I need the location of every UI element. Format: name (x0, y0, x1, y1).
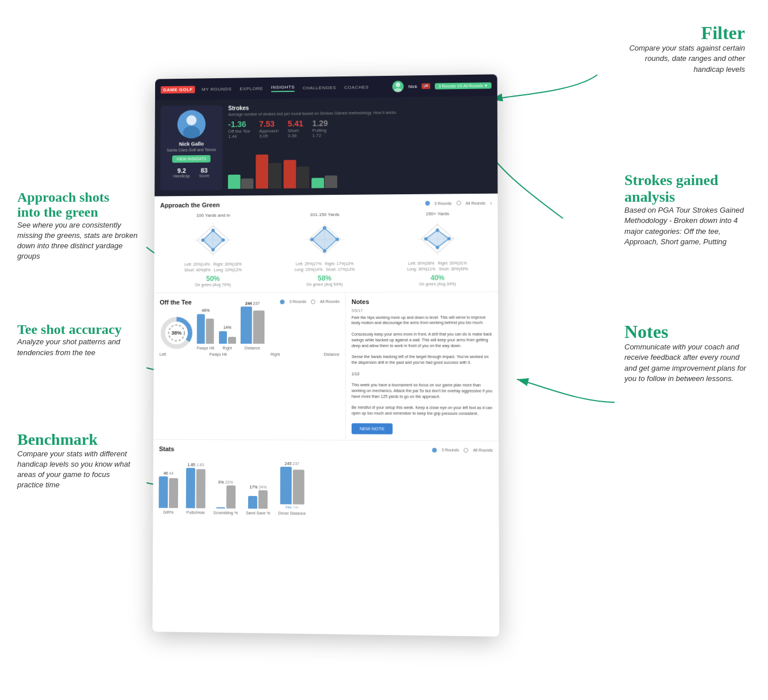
notes-annotation: Notes Communicate with your coach and re… (624, 322, 751, 384)
bar-group-short (284, 160, 310, 189)
stats-legend: 3 Rounds All Rounds (432, 448, 492, 453)
strokes-metrics: -1.36 Off the Tee 1.44 7.53 Approach 3.0… (228, 117, 492, 139)
approach-grid-150: 101-150 Yards Left: 25%|27% Right: 17%|1… (271, 211, 379, 286)
handicap-stat: 9.2 Handicap (173, 167, 190, 178)
user-name: Nick (408, 84, 418, 89)
benchmark-annotation-body: Compare your stats with different handic… (17, 449, 138, 491)
stats-bar-driver: 245237 Yds Yds Driver Distance (278, 461, 306, 516)
tee-annotation-title: Tee shot accuracy (17, 322, 132, 337)
svg-point-2 (394, 88, 402, 92)
svg-point-19 (335, 237, 339, 241)
stats-legend-3rounds (432, 448, 437, 452)
strokes-annotation-title: Strokes gained analysis (624, 172, 751, 205)
notes-annotation-title: Notes (624, 322, 751, 342)
tee-title: Off the Tee (160, 298, 192, 305)
bar-group-putting (311, 175, 337, 188)
svg-marker-9 (203, 230, 223, 250)
tee-legend-3rounds (280, 299, 284, 304)
tee-donut: 38% (160, 316, 194, 350)
approach-title: Approach the Green (160, 201, 220, 209)
approach-grid-150plus: 150+ Yards Left: 30%|38% Right: 30%|31%L… (383, 211, 492, 286)
filter-annotation-title: Filter (613, 23, 745, 43)
svg-point-20 (323, 249, 326, 252)
tee-annotation-body: Analyze your shot patterns and tendencie… (17, 337, 132, 357)
svg-point-27 (447, 237, 451, 240)
nav-my-rounds[interactable]: MY ROUNDS (202, 86, 231, 92)
diamond-chart-150 (302, 220, 348, 260)
app-logo: GAME GOLF (161, 86, 195, 94)
approach-next-btn[interactable]: › (490, 199, 492, 206)
metric-short: 5.41 Short 3.39 (288, 119, 303, 139)
view-insights-button[interactable]: VIEW INSIGHTS (172, 155, 211, 163)
new-note-button[interactable]: NEW NOTE (352, 423, 393, 434)
stats-bar-gir: 4644 GIR% (159, 471, 178, 514)
svg-point-12 (211, 248, 215, 252)
approach-annotation-body: See where you are consistently missing t… (17, 220, 144, 262)
profile-stats: 9.2 Handicap 83 Score (164, 167, 219, 178)
stats-legend-all (464, 448, 468, 452)
profile-name: Nick Gallo (179, 141, 204, 147)
nav-insights[interactable]: INSIGHTS (271, 84, 295, 92)
app-window: GAME GOLF MY ROUNDS EXPLORE INSIGHTS CHA… (152, 74, 499, 636)
approach-legend: 3 Rounds All Rounds › (425, 199, 492, 206)
nav-explore[interactable]: EXPLORE (240, 86, 263, 91)
metric-putting: 1.29 Putting 1.72 (312, 118, 328, 138)
nav-right: Nick 🇺🇸 3 Rounds VS All Rounds ▼ (392, 79, 492, 92)
svg-point-1 (396, 83, 400, 87)
strokes-annotation-body: Based on PGA Tour Strokes Gained Methodo… (624, 205, 751, 247)
score-stat: 83 Score (199, 167, 209, 178)
hero-section: Nick Gallo Santa Clara Golf and Tennis V… (155, 96, 497, 196)
nav-coaches[interactable]: COACHES (344, 84, 369, 90)
benchmark-annotation: Benchmark Compare your stats with differ… (17, 431, 138, 491)
profile-avatar (177, 110, 206, 139)
notes-title: Notes (352, 298, 492, 305)
approach-section: Approach the Green 3 Rounds All Rounds ›… (154, 194, 498, 293)
notes-annotation-body: Communicate with your coach and receive … (624, 342, 751, 384)
tee-bar-fways: 48% Fways Hit (197, 308, 215, 349)
benchmark-annotation-title: Benchmark (17, 431, 138, 449)
svg-point-13 (201, 239, 204, 242)
tee-bar-distance: 244 237 Distance (240, 301, 264, 350)
notes-content: Feel the hips working more up and down i… (352, 314, 493, 419)
notes-date: 5/9/17 (352, 308, 492, 313)
legend-dot-allrounds (456, 201, 461, 205)
tee-legend-all (311, 299, 315, 304)
strokes-chart (228, 141, 492, 189)
stats-header: Stats 3 Rounds All Rounds (159, 445, 493, 454)
tee-legend: 3 Rounds All Rounds (280, 299, 339, 304)
svg-point-10 (211, 229, 215, 232)
notes-panel: Notes 5/9/17 Feel the hips working more … (346, 292, 499, 440)
approach-annotation-title: Approach shots into the green (17, 190, 144, 220)
stats-title: Stats (159, 445, 175, 452)
stats-bar-scrambling: 0%22% Scrambling % (213, 480, 238, 514)
strokes-annotation: Strokes gained analysis Based on PGA Tou… (624, 172, 751, 247)
stats-bar-putts: 1.851.83 Putts/Hole (186, 463, 206, 514)
legend-dot-3rounds (425, 201, 430, 206)
tee-bar-right: 14% Right (219, 325, 236, 350)
svg-point-11 (222, 239, 225, 242)
approach-grid-100: 100 Yards and in (160, 213, 267, 287)
strokes-section: Strokes Average number of strokes lost p… (228, 102, 492, 190)
svg-marker-25 (426, 230, 449, 247)
tee-chart: 38% 48% Fways Hit 14% (160, 310, 339, 350)
metric-off-tee: -1.36 Off the Tee 1.44 (228, 120, 250, 139)
filter-annotation-body: Compare your stats against certain round… (613, 43, 745, 75)
diamond-chart-150plus (414, 218, 461, 259)
stats-bars: 4644 GIR% 1.851.83 Putts/Hole 0%22% (159, 457, 493, 517)
user-flag: 🇺🇸 (422, 83, 430, 89)
profile-club: Santa Clara Golf and Tennis (167, 148, 216, 152)
profile-card: Nick Gallo Santa Clara Golf and Tennis V… (160, 105, 222, 191)
stats-bar-sandsave: 17%24% Sand Save % (246, 484, 270, 515)
svg-point-21 (310, 238, 314, 241)
filter-button[interactable]: 3 Rounds VS All Rounds ▼ (435, 82, 491, 89)
svg-point-18 (323, 226, 326, 230)
tee-section: Off the Tee 3 Rounds All Rounds (153, 293, 346, 440)
approach-annotation: Approach shots into the green See where … (17, 190, 144, 262)
bar-group-approach (256, 155, 281, 189)
svg-point-26 (435, 228, 439, 232)
nav-challenges[interactable]: CHALLENGES (303, 84, 336, 90)
svg-point-29 (424, 237, 427, 241)
svg-marker-17 (312, 228, 337, 251)
tee-bottom-labels: Left Fways Hit Right Distance (160, 352, 339, 356)
diamond-chart-100 (190, 220, 236, 260)
